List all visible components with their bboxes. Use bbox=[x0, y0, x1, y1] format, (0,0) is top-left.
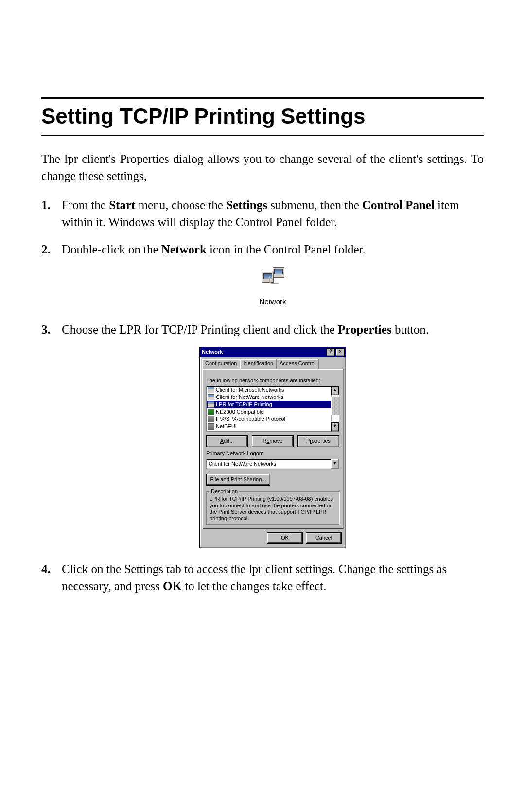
step-1-text-c: submenu, then the bbox=[267, 198, 362, 212]
add-button[interactable]: Add... bbox=[206, 435, 248, 447]
remove-button[interactable]: Remove bbox=[252, 435, 294, 447]
tab-panel-configuration: The following network components are ins… bbox=[202, 369, 344, 529]
list-item-lpr-tcpip[interactable]: LPR for TCP/IP Printing bbox=[207, 401, 331, 408]
step-2-text-a: Double-click on the bbox=[62, 243, 161, 256]
sub-rule bbox=[41, 135, 484, 136]
primary-logon-label: Primary Network Logon: bbox=[206, 450, 339, 457]
tab-identification[interactable]: Identification bbox=[240, 359, 277, 369]
scroll-track[interactable] bbox=[331, 395, 339, 422]
top-rule bbox=[41, 97, 484, 99]
network-icon-caption: Network bbox=[259, 297, 286, 306]
client-icon bbox=[208, 401, 214, 408]
tab-strip: Configuration Identification Access Cont… bbox=[202, 359, 344, 369]
list-item-client-ms[interactable]: Client for Microsoft Networks bbox=[207, 386, 331, 394]
step-1-bold-control-panel: Control Panel bbox=[362, 198, 435, 212]
step-1-text-a: From the bbox=[62, 198, 109, 212]
dialog-title: Network bbox=[202, 348, 325, 356]
components-listbox[interactable]: Client for Microsoft Networks Client for… bbox=[206, 386, 339, 432]
step-3: Choose the LPR for TCP/IP Printing clien… bbox=[41, 322, 484, 549]
step-1-bold-settings: Settings bbox=[226, 198, 267, 212]
scroll-down-button[interactable]: ▼ bbox=[331, 422, 339, 431]
ok-button[interactable]: OK bbox=[267, 532, 303, 544]
list-item-ne2000[interactable]: NE2000 Compatible bbox=[207, 408, 331, 415]
properties-button[interactable]: Properties bbox=[298, 435, 339, 447]
protocol-icon bbox=[208, 423, 214, 430]
primary-logon-combo[interactable]: Client for NetWare Networks ▼ bbox=[206, 459, 339, 469]
list-item-ipxspx[interactable]: IPX/SPX-compatible Protocol bbox=[207, 415, 331, 423]
step-3-text-b: button. bbox=[392, 323, 429, 336]
close-button[interactable]: × bbox=[336, 348, 345, 356]
primary-logon-value: Client for NetWare Networks bbox=[207, 459, 331, 469]
dialog-titlebar[interactable]: Network ? × bbox=[200, 347, 346, 357]
step-1-bold-start: Start bbox=[109, 198, 135, 212]
protocol-icon bbox=[208, 416, 214, 422]
description-group: Description LPR for TCP/IP Printing (v1.… bbox=[206, 491, 339, 525]
step-1: From the Start menu, choose the Settings… bbox=[41, 197, 484, 231]
description-text: LPR for TCP/IP Printing (v1.00/1997-08-0… bbox=[210, 496, 336, 522]
step-1-text-b: menu, choose the bbox=[135, 198, 226, 212]
tab-access-control[interactable]: Access Control bbox=[276, 359, 319, 369]
description-legend: Description bbox=[210, 488, 239, 495]
step-4-bold-ok: OK bbox=[163, 579, 182, 593]
step-2: Double-click on the Network icon in the … bbox=[41, 241, 484, 309]
help-button[interactable]: ? bbox=[326, 348, 335, 356]
components-label: The following network components are ins… bbox=[206, 377, 339, 384]
network-icon bbox=[262, 267, 283, 287]
step-2-bold-network: Network bbox=[161, 243, 207, 256]
combo-arrow-icon[interactable]: ▼ bbox=[331, 459, 339, 469]
intro-paragraph: The lpr client's Properties dialog allow… bbox=[41, 151, 484, 184]
adapter-icon bbox=[208, 409, 214, 415]
client-icon bbox=[208, 394, 214, 400]
step-2-text-b: icon in the Control Panel folder. bbox=[207, 243, 366, 256]
list-item-netbeui[interactable]: NetBEUI bbox=[207, 423, 331, 430]
step-3-bold-properties: Properties bbox=[338, 323, 392, 336]
network-dialog: Network ? × Configuration Identification… bbox=[199, 347, 346, 548]
step-4-text-b: to let the changes take effect. bbox=[182, 579, 326, 593]
page-title: Setting TCP/IP Printing Settings bbox=[41, 104, 484, 128]
scroll-up-button[interactable]: ▲ bbox=[331, 386, 339, 395]
file-print-sharing-button[interactable]: File and Print Sharing... bbox=[206, 474, 270, 486]
list-item-client-netware[interactable]: Client for NetWare Networks bbox=[207, 394, 331, 401]
listbox-scrollbar[interactable]: ▲ ▼ bbox=[331, 386, 339, 431]
cancel-button[interactable]: Cancel bbox=[306, 532, 342, 544]
step-3-text-a: Choose the LPR for TCP/IP Printing clien… bbox=[62, 323, 338, 336]
tab-configuration[interactable]: Configuration bbox=[202, 359, 240, 369]
client-icon bbox=[208, 387, 214, 393]
step-4: Click on the Settings tab to access the … bbox=[41, 561, 484, 595]
